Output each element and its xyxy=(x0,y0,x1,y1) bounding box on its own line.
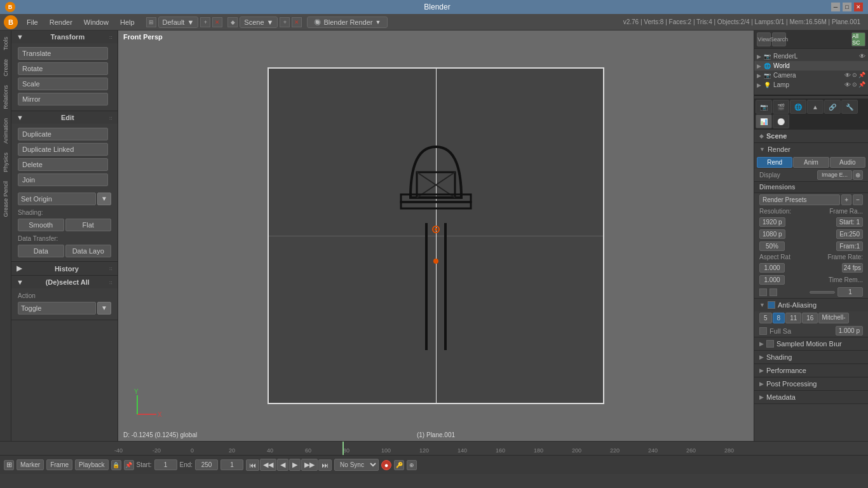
timeline-cursor[interactable] xyxy=(342,442,344,455)
rp-all-btn[interactable]: All SC xyxy=(851,32,865,46)
side-tab-relations[interactable]: Relations xyxy=(1,81,10,113)
prop-tab-material[interactable]: ⚪ xyxy=(773,114,789,128)
res-pct-value[interactable]: 50% xyxy=(759,241,785,251)
record-button[interactable]: ● xyxy=(381,460,391,470)
history-header[interactable]: ▶ History :: xyxy=(11,262,118,275)
frame-value[interactable]: Fram:1 xyxy=(836,241,863,251)
render-presets-select[interactable]: Render Presets xyxy=(759,194,840,205)
step-fwd-btn[interactable]: ▶▶ xyxy=(301,459,318,471)
side-tab-create[interactable]: Create xyxy=(1,55,10,80)
scene-close-btn[interactable]: ✕ xyxy=(292,17,302,27)
tree-item-lamp[interactable]: ▶ 💡 Lamp 👁 ⊙ 📌 xyxy=(754,80,868,90)
render-presets-add[interactable]: + xyxy=(841,194,851,205)
sampled-motion-checkbox[interactable] xyxy=(766,340,774,348)
transform-section-header[interactable]: ▼ Transform :: xyxy=(11,30,118,43)
post-processing-header[interactable]: ▶ Post Processing xyxy=(754,377,868,390)
render-tab-anim[interactable]: Anim xyxy=(793,157,829,168)
scene-selector[interactable]: Scene ▼ xyxy=(240,17,278,28)
action-arrow[interactable]: ▼ xyxy=(97,302,111,315)
rotate-button[interactable]: Rotate xyxy=(18,62,108,75)
checkbox2[interactable] xyxy=(770,288,777,296)
start-value[interactable]: Start: 1 xyxy=(836,217,863,227)
time-rem-1[interactable]: 1 xyxy=(837,287,863,297)
sync-select[interactable]: No Sync xyxy=(334,459,379,471)
play-back-btn[interactable]: ◀ xyxy=(277,459,288,471)
screen-layout-icon[interactable]: ⊞ xyxy=(146,17,156,27)
rp-search-btn[interactable]: Search xyxy=(772,32,786,46)
menu-render[interactable]: Render xyxy=(44,17,78,27)
frame-field[interactable] xyxy=(220,459,243,470)
renderl-eye[interactable]: 👁 xyxy=(859,53,865,60)
camera-extra[interactable]: ⊙ xyxy=(852,72,857,79)
step-back-btn[interactable]: ◀◀ xyxy=(260,459,276,471)
render-presets-remove[interactable]: − xyxy=(853,194,863,205)
time-rem-value[interactable] xyxy=(810,291,835,294)
jump-start-btn[interactable]: ⏮ xyxy=(246,459,259,471)
lamp-pin[interactable]: 📌 xyxy=(858,81,865,88)
translate-button[interactable]: Translate xyxy=(18,47,108,60)
aa-checkbox[interactable] xyxy=(768,301,775,309)
timeline-marker-btn[interactable]: Marker xyxy=(17,459,44,470)
sampled-motion-header[interactable]: ▶ Sampled Motion Bıur xyxy=(754,337,868,350)
end-value[interactable]: En:250 xyxy=(836,229,863,239)
scene-add-btn[interactable]: + xyxy=(280,17,290,27)
workspace-add-btn[interactable]: + xyxy=(200,17,210,27)
prop-tab-constraint[interactable]: 🔗 xyxy=(824,100,841,114)
deselect-header[interactable]: ▼ (De)select All :: xyxy=(11,276,118,288)
aa-11[interactable]: 11 xyxy=(785,313,801,323)
data-button[interactable]: Data xyxy=(18,245,64,257)
duplicate-linked-button[interactable]: Duplicate Linked xyxy=(18,143,108,156)
workspace-selector[interactable]: Default ▼ xyxy=(158,17,199,28)
full-sa-value[interactable]: 1.000 p xyxy=(836,326,863,336)
tree-item-renderl[interactable]: ▶ 📷 RenderL 👁 xyxy=(754,51,868,61)
aa-filter[interactable]: Mitchell- xyxy=(818,313,848,323)
start-field[interactable] xyxy=(154,459,177,470)
set-origin-arrow[interactable]: ▼ xyxy=(97,193,111,205)
prop-tab-object[interactable]: ▲ xyxy=(807,100,824,114)
checkbox1[interactable] xyxy=(759,288,767,296)
render-section-header[interactable]: ▼ Render xyxy=(754,143,868,156)
side-tab-tools[interactable]: Tools xyxy=(1,33,10,54)
timeline-view-btn[interactable]: ⊞ xyxy=(4,460,14,470)
image-editor-value[interactable]: Image E... xyxy=(817,170,852,180)
side-tab-animation[interactable]: Animation xyxy=(1,114,10,147)
res-y-value[interactable]: 1080 p xyxy=(759,229,785,239)
play-btn[interactable]: ▶ xyxy=(289,459,301,471)
tree-item-camera[interactable]: ▶ 📷 Camera 👁 ⊙ 📌 xyxy=(754,71,868,80)
camera-eye[interactable]: 👁 xyxy=(844,72,851,79)
lamp-extra[interactable]: ⊙ xyxy=(852,81,857,88)
data-layout-button[interactable]: Data Layo xyxy=(65,245,112,257)
join-button[interactable]: Join xyxy=(18,173,108,186)
prop-tab-data[interactable]: 📊 xyxy=(756,114,772,128)
timeline-frame-btn[interactable]: Frame xyxy=(46,459,72,470)
rp-view-btn[interactable]: View xyxy=(757,32,771,46)
menu-help[interactable]: Help xyxy=(115,17,140,27)
jump-end-btn[interactable]: ⏭ xyxy=(318,459,332,471)
action-select[interactable]: Toggle xyxy=(18,302,96,315)
prop-tab-render[interactable]: 📷 xyxy=(756,100,772,114)
res-x-value[interactable]: 1920 p xyxy=(759,217,785,227)
delete-button[interactable]: Delete xyxy=(18,158,108,171)
timeline-playback-btn[interactable]: Playback xyxy=(75,459,109,470)
duplicate-button[interactable]: Duplicate xyxy=(18,128,108,140)
side-tab-grease-pencil[interactable]: Grease Pencil xyxy=(1,177,10,221)
scale-button[interactable]: Scale xyxy=(18,78,108,90)
maximize-button[interactable]: □ xyxy=(843,3,851,11)
aa-8[interactable]: 8 xyxy=(773,313,785,323)
full-sa-checkbox[interactable] xyxy=(759,327,767,335)
aspect-y-value[interactable]: 1.000 xyxy=(759,275,785,285)
shading-prop-header[interactable]: ▶ Shading xyxy=(754,351,868,363)
display-extra[interactable]: ⊕ xyxy=(853,170,863,180)
aspect-x-value[interactable]: 1.000 xyxy=(759,263,785,273)
render-engine-selector[interactable]: 🔘 Blender Render ▼ xyxy=(307,17,388,28)
render-tab-audio[interactable]: Audio xyxy=(830,157,865,168)
set-origin-select[interactable]: Set Origin xyxy=(18,193,96,205)
workspace-close-btn[interactable]: ✕ xyxy=(212,17,222,27)
tree-item-world[interactable]: ▶ 🌐 World xyxy=(754,61,868,71)
aa-header[interactable]: ▼ Anti-Aliasing xyxy=(754,299,868,311)
mirror-button[interactable]: Mirror xyxy=(18,93,108,105)
fps-select[interactable]: 24 fps xyxy=(842,263,863,273)
aa-5[interactable]: 5 xyxy=(759,313,772,323)
prop-tab-world[interactable]: 🌐 xyxy=(790,100,806,114)
prop-tab-scene[interactable]: 🎬 xyxy=(773,100,789,114)
